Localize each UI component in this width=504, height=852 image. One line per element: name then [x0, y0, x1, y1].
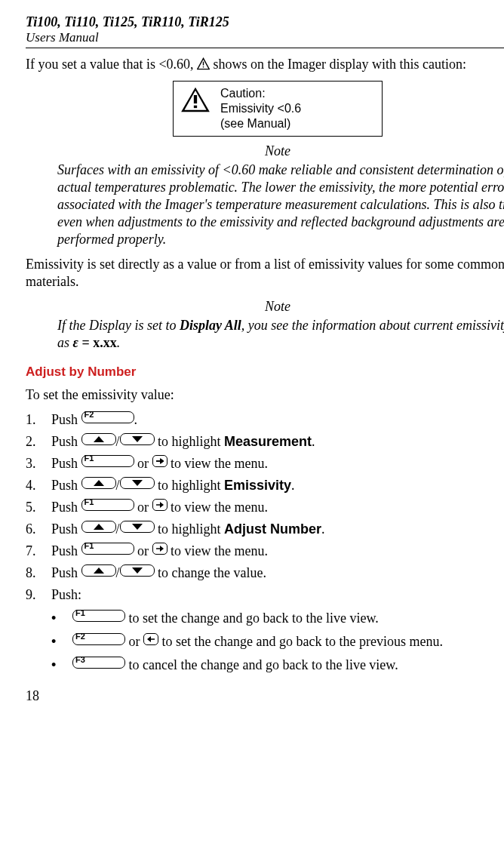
bullet-text: to cancel the change and go back to the … [125, 657, 398, 672]
svg-marker-21 [132, 567, 143, 574]
note-heading-1: Note [26, 143, 504, 160]
f1-key: F1 [81, 499, 134, 511]
note2-bold: Display All [180, 318, 241, 333]
intro-text-1: If you set a value that is <0.60, [26, 57, 197, 72]
f3-key: F3 [72, 657, 125, 669]
bullet-text: to set the change and go back to the pre… [158, 634, 443, 649]
svg-marker-8 [132, 436, 143, 442]
svg-marker-14 [160, 502, 164, 508]
lead-in: To set the emissivity value: [26, 386, 504, 404]
f2-key: F2 [72, 633, 125, 645]
note2-eq: = x.xx [78, 335, 117, 350]
note2-pre: If the Display is set to [57, 318, 180, 333]
step-text: or [134, 456, 152, 471]
step-text: to highlight [155, 478, 225, 493]
step-text: . [291, 478, 295, 493]
step-text: Push: [51, 587, 81, 602]
caution-box: Caution: Emissivity <0.6 (see Manual) [173, 81, 383, 137]
caution-line-1: Caution: [220, 86, 301, 101]
header-rule [26, 48, 504, 48]
step-text: / [116, 434, 120, 449]
svg-marker-18 [160, 546, 164, 552]
fkey-label: F2 [75, 631, 85, 641]
bullet-text: or [125, 634, 143, 649]
arrow-down-key [120, 564, 155, 577]
step-text: Push [51, 521, 81, 537]
step-text: . [134, 412, 138, 427]
step-9: 9. Push: [26, 586, 504, 604]
arrow-down-key [120, 433, 155, 445]
svg-rect-5 [194, 95, 197, 103]
bullet-text: to set the change and go back to the liv… [125, 611, 379, 626]
page-header: Ti100, Ti110, Ti125, TiR110, TiR125 User… [26, 14, 504, 46]
warning-icon [197, 57, 214, 72]
step-6: 6. Push / to highlight Adjust Number. [26, 521, 504, 538]
arrow-down-key [120, 521, 155, 533]
step-text: Push [51, 456, 81, 471]
step-number: 3. [26, 455, 51, 472]
svg-marker-13 [132, 480, 143, 486]
step-text: or [134, 543, 152, 558]
step-number: 2. [26, 433, 51, 451]
arrow-down-key [120, 477, 155, 489]
bullet-marker: • [51, 610, 72, 627]
arrow-up-key [81, 477, 116, 489]
step-text: to view the menu. [167, 456, 268, 471]
f1-key: F1 [81, 543, 134, 555]
f1-key: F1 [72, 610, 125, 622]
menu-item-emissivity: Emissivity [224, 478, 291, 493]
step-number: 7. [26, 543, 51, 560]
svg-marker-22 [147, 636, 151, 642]
arrow-right-key [152, 543, 167, 555]
step-text: Push [51, 478, 81, 493]
fkey-label: F2 [85, 409, 94, 420]
header-subtitle: Users Manual [26, 29, 504, 46]
step-text: Push [51, 543, 81, 558]
svg-marker-17 [132, 524, 143, 530]
bullet-list: • F1 to set the change and go back to th… [51, 610, 504, 674]
intro-text-2: shows on the Imager display with this ca… [214, 57, 466, 72]
step-text: Push [51, 565, 81, 580]
step-text: / [116, 478, 120, 493]
fkey-label: F3 [75, 654, 85, 665]
arrow-up-key [81, 433, 116, 445]
menu-item-measurement: Measurement [224, 434, 312, 449]
fkey-label: F1 [85, 453, 94, 463]
fkey-label: F1 [75, 607, 85, 618]
step-text: Push [51, 500, 81, 515]
step-text: or [134, 500, 152, 515]
arrow-up-key [81, 521, 116, 533]
steps-list: 1. Push F2. 2. Push / to highlight Measu… [26, 411, 504, 604]
step-3: 3. Push F1 or to view the menu. [26, 455, 504, 472]
step-text: / [116, 565, 120, 580]
bullet-marker: • [51, 633, 72, 651]
arrow-right-key [152, 455, 167, 467]
step-8: 8. Push / to change the value. [26, 564, 504, 582]
intro-paragraph: If you set a value that is <0.60, shows … [26, 56, 504, 73]
emissivity-set-paragraph: Emissivity is set directly as a value or… [26, 256, 504, 291]
step-text: to view the menu. [167, 500, 268, 515]
fkey-label: F1 [85, 497, 94, 507]
step-text: Push [51, 412, 81, 427]
svg-marker-7 [94, 436, 104, 442]
fkey-label: F1 [85, 540, 94, 551]
svg-rect-2 [203, 66, 204, 67]
step-text: . [321, 521, 325, 537]
header-products: Ti100, Ti110, Ti125, TiR110, TiR125 [26, 14, 504, 31]
arrow-up-key [81, 564, 116, 577]
step-number: 1. [26, 411, 51, 429]
caution-line-3: (see Manual) [220, 116, 301, 131]
bullet-marker: • [51, 657, 72, 674]
caution-line-2: Emissivity <0.6 [220, 101, 301, 116]
step-text: to view the menu. [167, 543, 268, 558]
svg-marker-12 [94, 480, 104, 486]
page-number: 18 [26, 687, 504, 705]
svg-marker-10 [160, 458, 164, 464]
step-number: 5. [26, 499, 51, 516]
step-1: 1. Push F2. [26, 411, 504, 429]
step-7: 7. Push F1 or to view the menu. [26, 543, 504, 560]
step-number: 4. [26, 477, 51, 494]
f2-key: F2 [81, 411, 134, 423]
step-text: to change the value. [155, 565, 266, 580]
note2-post: . [117, 335, 121, 350]
